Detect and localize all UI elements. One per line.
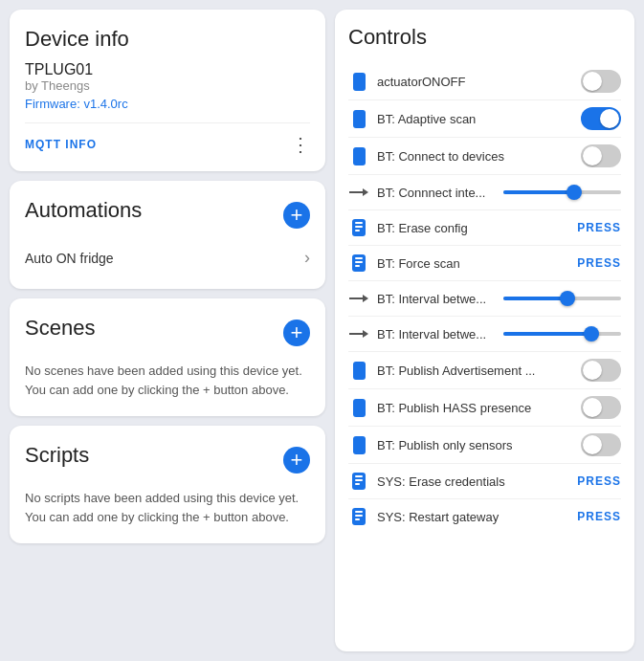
- toggle-icon: [348, 360, 369, 381]
- toggle-icon: [348, 397, 369, 418]
- press-button-sys-erase-credentials[interactable]: PRESS: [577, 474, 621, 488]
- automations-header: Automations +: [25, 198, 310, 232]
- controls-title: Controls: [348, 25, 621, 50]
- control-row-bt-adaptive-scan: BT: Adaptive scan: [348, 100, 621, 138]
- controls-list: actuatorONOFFBT: Adaptive scanBT: Connec…: [348, 63, 621, 534]
- hand-icon: [348, 217, 369, 238]
- control-row-sys-restart-gateway: SYS: Restart gatewayPRESS: [348, 499, 621, 534]
- control-label-bt-interval-betw2: BT: Interval betwe...: [377, 327, 496, 342]
- automation-list-item[interactable]: Auto ON fridge ›: [25, 244, 310, 272]
- svg-marker-13: [363, 330, 368, 338]
- toggle-icon: [348, 434, 369, 455]
- control-label-bt-interval-betw1: BT: Interval betwe...: [377, 292, 496, 306]
- chevron-right-icon: ›: [304, 248, 310, 268]
- control-label-sys-restart-gateway: SYS: Restart gateway: [377, 510, 569, 524]
- hand-icon: [348, 471, 369, 492]
- press-button-bt-force-scan[interactable]: PRESS: [577, 256, 621, 270]
- control-row-bt-publish-hass: BT: Publish HASS presence: [348, 389, 621, 427]
- scenes-header: Scenes +: [25, 316, 310, 350]
- svg-rect-21: [355, 518, 360, 520]
- svg-marker-1: [363, 188, 368, 196]
- control-row-bt-publish-only-sensors: BT: Publish only sensors: [348, 427, 621, 464]
- control-row-bt-publish-adv: BT: Publish Advertisement ...: [348, 352, 621, 389]
- arrow-icon: [348, 288, 369, 309]
- control-label-bt-publish-adv: BT: Publish Advertisement ...: [377, 364, 573, 378]
- svg-rect-4: [355, 226, 363, 228]
- svg-rect-8: [355, 261, 363, 263]
- control-row-bt-force-scan: BT: Force scanPRESS: [348, 246, 621, 281]
- slider-bt-interval-betw2[interactable]: [503, 332, 622, 336]
- svg-marker-11: [363, 295, 368, 302]
- slider-bt-connect-inte[interactable]: [503, 190, 622, 194]
- device-info-card: Device info TPLUG01 by Theengs Firmware:…: [10, 10, 325, 171]
- device-by: by Theengs: [25, 78, 310, 93]
- svg-rect-20: [355, 515, 363, 517]
- control-row-bt-erase-config: BT: Erase configPRESS: [348, 210, 621, 246]
- control-row-bt-interval-betw2: BT: Interval betwe...: [348, 317, 621, 352]
- svg-rect-3: [355, 222, 363, 224]
- control-label-bt-connect-inte: BT: Connnect inte...: [377, 186, 496, 200]
- add-script-button[interactable]: +: [283, 447, 310, 474]
- control-row-bt-interval-betw1: BT: Interval betwe...: [348, 281, 621, 317]
- control-label-bt-adaptive-scan: BT: Adaptive scan: [377, 112, 573, 126]
- svg-rect-19: [355, 511, 363, 513]
- scripts-desc: No scripts have been added using this de…: [25, 489, 310, 526]
- control-label-bt-publish-only-sensors: BT: Publish only sensors: [377, 438, 573, 452]
- toggle-actuatorONOFF[interactable]: [581, 70, 621, 93]
- left-column: Device info TPLUG01 by Theengs Firmware:…: [10, 10, 325, 651]
- scripts-title: Scripts: [25, 443, 89, 468]
- toggle-icon: [348, 145, 369, 166]
- divider: [25, 122, 310, 123]
- press-button-bt-erase-config[interactable]: PRESS: [577, 221, 621, 234]
- add-automation-button[interactable]: +: [283, 202, 310, 229]
- automation-item-label: Auto ON fridge: [25, 251, 114, 266]
- automations-card: Automations + Auto ON fridge ›: [10, 181, 325, 289]
- device-name: TPLUG01: [25, 61, 310, 78]
- scenes-desc: No scenes have been added using this dev…: [25, 362, 310, 399]
- scripts-card: Scripts + No scripts have been added usi…: [10, 426, 325, 543]
- slider-bt-interval-betw1[interactable]: [503, 297, 622, 300]
- toggle-icon: [348, 71, 369, 92]
- toggle-bt-publish-adv[interactable]: [581, 359, 621, 382]
- svg-rect-16: [355, 479, 363, 481]
- svg-rect-17: [355, 483, 360, 485]
- toggle-bt-publish-only-sensors[interactable]: [581, 433, 621, 456]
- arrow-icon: [348, 182, 369, 203]
- svg-rect-15: [355, 475, 363, 477]
- more-options-button[interactable]: ⋮: [291, 135, 310, 154]
- automations-title: Automations: [25, 198, 142, 223]
- control-row-actuatorONOFF: actuatorONOFF: [348, 63, 621, 100]
- toggle-bt-publish-hass[interactable]: [581, 396, 621, 419]
- control-label-bt-erase-config: BT: Erase config: [377, 221, 569, 235]
- scenes-title: Scenes: [25, 316, 95, 341]
- scripts-header: Scripts +: [25, 443, 310, 477]
- toggle-bt-adaptive-scan[interactable]: [581, 107, 621, 130]
- svg-rect-9: [355, 265, 360, 267]
- firmware-label: Firmware:: [25, 97, 80, 111]
- controls-panel: Controls actuatorONOFFBT: Adaptive scanB…: [335, 10, 634, 651]
- hand-icon: [348, 253, 369, 274]
- svg-rect-7: [355, 257, 363, 259]
- arrow-icon: [348, 323, 369, 344]
- control-label-bt-connect-to-devices: BT: Connect to devices: [377, 149, 573, 164]
- toggle-bt-connect-to-devices[interactable]: [581, 144, 621, 167]
- control-label-bt-publish-hass: BT: Publish HASS presence: [377, 401, 573, 415]
- control-label-actuatorONOFF: actuatorONOFF: [377, 75, 573, 89]
- firmware-version: v1.4.0rc: [83, 97, 127, 111]
- control-label-sys-erase-credentials: SYS: Erase credentials: [377, 474, 569, 489]
- press-button-sys-restart-gateway[interactable]: PRESS: [577, 510, 621, 523]
- add-scene-button[interactable]: +: [283, 319, 310, 346]
- device-card-footer: MQTT INFO ⋮: [25, 135, 310, 154]
- device-info-title: Device info: [25, 27, 310, 52]
- svg-rect-5: [355, 230, 360, 231]
- control-row-bt-connect-inte: BT: Connnect inte...: [348, 175, 621, 210]
- control-row-sys-erase-credentials: SYS: Erase credentialsPRESS: [348, 464, 621, 499]
- device-firmware: Firmware: v1.4.0rc: [25, 97, 310, 111]
- toggle-icon: [348, 108, 369, 129]
- mqtt-info-button[interactable]: MQTT INFO: [25, 138, 97, 151]
- hand-icon: [348, 506, 369, 527]
- control-row-bt-connect-to-devices: BT: Connect to devices: [348, 138, 621, 175]
- control-label-bt-force-scan: BT: Force scan: [377, 256, 569, 271]
- scenes-card: Scenes + No scenes have been added using…: [10, 298, 325, 416]
